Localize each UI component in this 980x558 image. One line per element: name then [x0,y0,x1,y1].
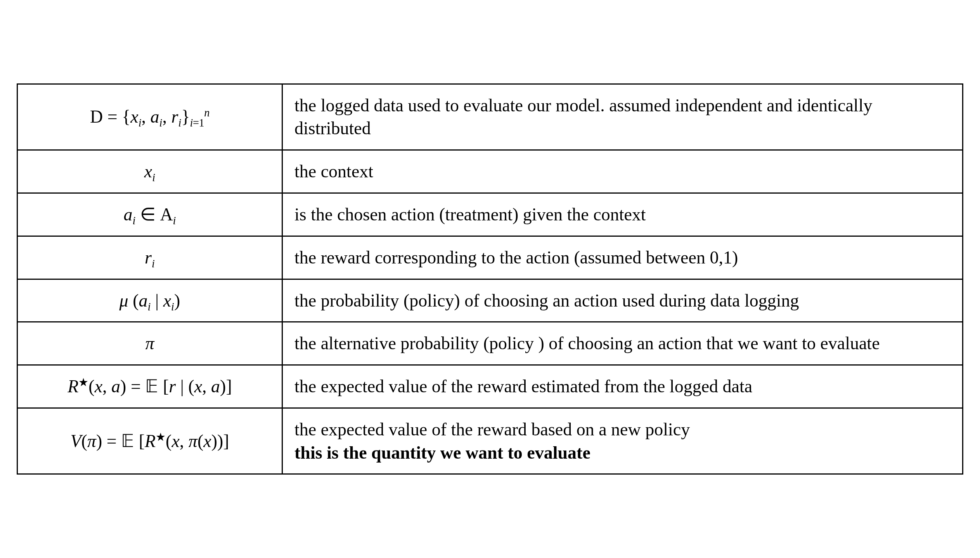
symbol-cell: ai ∈ Ai [17,193,282,236]
description-cell: the reward corresponding to the action (… [282,236,963,279]
symbol-cell: D = {xi, ai, ri}i=1n [17,84,282,150]
description-cell: the expected value of the reward estimat… [282,365,963,408]
symbol-cell: ri [17,236,282,279]
description-cell: the alternative probability (policy ) of… [282,322,963,365]
symbol-cell: xi [17,150,282,193]
description-text: the alternative probability (policy ) of… [294,333,880,353]
description-cell: the logged data used to evaluate our mod… [282,84,963,150]
notation-table: D = {xi, ai, ri}i=1nthe logged data used… [17,83,963,475]
description-cell: the context [282,150,963,193]
description-text: the expected value of the reward estimat… [294,376,752,396]
notation-table-body: D = {xi, ai, ri}i=1nthe logged data used… [17,84,963,474]
table-row: xithe context [17,150,963,193]
symbol-cell: V(π) = 𝔼 [R★(x, π(x))] [17,408,282,474]
description-text: the reward corresponding to the action (… [294,248,738,267]
description-text: the expected value of the reward based o… [294,419,690,439]
table-row: ai ∈ Aiis the chosen action (treatment) … [17,193,963,236]
table-row: R★(x, a) = 𝔼 [r | (x, a)]the expected va… [17,365,963,408]
description-text: the context [294,161,373,181]
table-row: πthe alternative probability (policy ) o… [17,322,963,365]
description-cell: the expected value of the reward based o… [282,408,963,474]
symbol-cell: π [17,322,282,365]
description-text: is the chosen action (treatment) given t… [294,204,646,224]
description-text: the logged data used to evaluate our mod… [294,95,872,139]
description-cell: the probability (policy) of choosing an … [282,279,963,322]
description-cell: is the chosen action (treatment) given t… [282,193,963,236]
table-row: V(π) = 𝔼 [R★(x, π(x))]the expected value… [17,408,963,474]
table-row: rithe reward corresponding to the action… [17,236,963,279]
description-emphasis: this is the quantity we want to evaluate [294,443,590,463]
table-row: μ (ai | xi)the probability (policy) of c… [17,279,963,322]
description-text: the probability (policy) of choosing an … [294,291,799,310]
symbol-cell: R★(x, a) = 𝔼 [r | (x, a)] [17,365,282,408]
symbol-cell: μ (ai | xi) [17,279,282,322]
table-row: D = {xi, ai, ri}i=1nthe logged data used… [17,84,963,150]
